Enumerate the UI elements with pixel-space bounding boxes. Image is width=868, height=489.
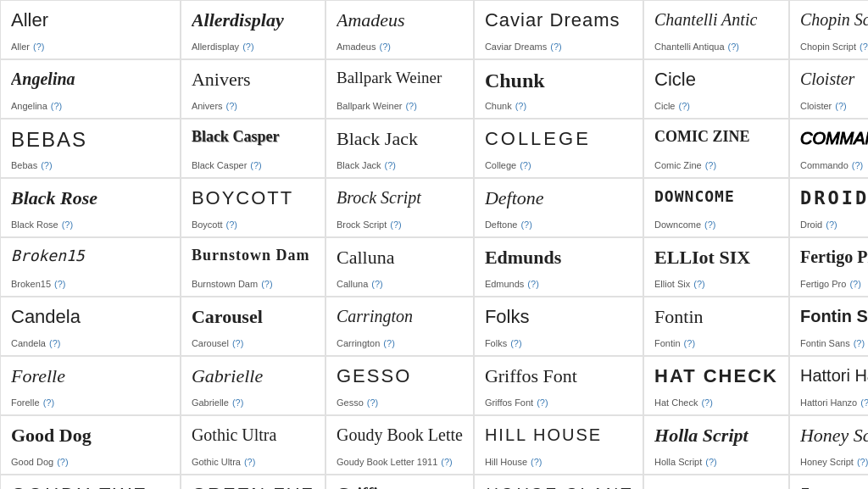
font-cell-griffosfont[interactable]: Griffos FontGriffos Font(?) (474, 356, 643, 415)
font-cell-hatcheck[interactable]: HAT CHECKHat Check(?) (643, 356, 789, 415)
font-cell-hollascript[interactable]: Holla ScriptHolla Script(?) (643, 415, 789, 475)
font-cell-candela[interactable]: CandelaCandela(?) (0, 297, 181, 356)
font-question-downcome[interactable]: (?) (704, 219, 715, 230)
font-question-gesso[interactable]: (?) (367, 397, 378, 408)
font-cell-brockscript[interactable]: Brock ScriptBrock Script(?) (326, 178, 474, 237)
font-cell-honeyscript[interactable]: Honey ScriptHoney Script(?) (789, 415, 868, 475)
font-question-chopinscript[interactable]: (?) (860, 42, 868, 52)
font-question-allerdisplay[interactable]: (?) (242, 42, 253, 52)
font-question-amadeus[interactable]: (?) (379, 42, 390, 52)
font-cell-boycott[interactable]: BOYCOTTBoycott(?) (181, 178, 326, 237)
font-cell-commando[interactable]: COMMANDOCommando(?) (789, 119, 868, 178)
font-cell-fontin[interactable]: FontinFontin(?) (643, 297, 789, 356)
font-cell-carrington[interactable]: CarringtonCarrington(?) (326, 297, 474, 356)
font-question-commando[interactable]: (?) (852, 160, 863, 170)
font-cell-greenfuz[interactable]: GREEN FUZGreen Fuz(?) (181, 475, 326, 489)
font-question-carousel[interactable]: (?) (232, 338, 243, 348)
font-cell-amadeus[interactable]: AmadeusAmadeus(?) (326, 0, 474, 59)
font-cell-inconsolata[interactable]: InconsolataInconsolata(?) (789, 475, 868, 489)
font-cell-droid[interactable]: DROIDDroid(?) (789, 178, 868, 237)
font-cell-aller[interactable]: AllerAller(?) (0, 0, 181, 59)
font-question-chunk[interactable]: (?) (515, 101, 526, 111)
font-question-cloister[interactable]: (?) (835, 101, 846, 111)
font-question-hattorihanzo[interactable]: (?) (860, 397, 868, 408)
font-cell-houseslant[interactable]: HOUSE SLANTHouse Slant(?) (474, 475, 643, 489)
font-cell-ballparkweiner[interactable]: Ballpark WeinerBallpark Weiner(?) (326, 59, 474, 119)
font-cell-angelina[interactable]: AngelinaAngelina(?) (0, 59, 181, 119)
font-cell-carousel[interactable]: CarouselCarousel(?) (181, 297, 326, 356)
font-question-calluna[interactable]: (?) (371, 279, 382, 289)
font-question-fontin[interactable]: (?) (684, 338, 695, 348)
font-cell-caviardreams[interactable]: Caviar DreamsCaviar Dreams(?) (474, 0, 643, 59)
font-cell-blackcasper[interactable]: Black CasperBlack Casper(?) (181, 119, 326, 178)
font-question-hollascript[interactable]: (?) (705, 457, 716, 467)
font-cell-goudybooklet[interactable]: Goudy Book LetteGoudy Book Letter 1911(?… (326, 415, 474, 475)
font-question-burnstowndam[interactable]: (?) (261, 279, 272, 289)
font-cell-idolwild[interactable]: IdolwildIdolwild(?) (643, 475, 789, 489)
font-question-griffosfont[interactable]: (?) (537, 397, 548, 408)
font-cell-gabrielle[interactable]: GabrielleGabrielle(?) (181, 356, 326, 415)
font-question-bebas[interactable]: (?) (41, 160, 52, 170)
font-cell-blackrose[interactable]: Black RoseBlack Rose(?) (0, 178, 181, 237)
font-cell-chopinscript[interactable]: Chopin ScriptChopin Script(?) (789, 0, 868, 59)
font-question-forelle[interactable]: (?) (43, 397, 54, 408)
font-cell-cicle[interactable]: CicleCicle(?) (643, 59, 789, 119)
font-question-caviardreams[interactable]: (?) (550, 42, 561, 52)
font-cell-comiczine[interactable]: COMIC ZINEComic Zine(?) (643, 119, 789, 178)
font-question-chantellianti[interactable]: (?) (728, 42, 739, 52)
font-question-cicle[interactable]: (?) (678, 101, 689, 111)
font-cell-gooddog[interactable]: Good DogGood Dog(?) (0, 415, 181, 475)
font-question-aller[interactable]: (?) (33, 42, 44, 52)
font-cell-cloister[interactable]: CloisterCloister(?) (789, 59, 868, 119)
font-cell-calluna[interactable]: CallunaCalluna(?) (326, 237, 474, 297)
font-cell-fontinsans[interactable]: Fontin SansFontin Sans(?) (789, 297, 868, 356)
font-cell-edmunds[interactable]: EdmundsEdmunds(?) (474, 237, 643, 297)
font-cell-gothicultra[interactable]: Gothic UltraGothic Ultra(?) (181, 415, 326, 475)
font-cell-griffin[interactable]: GriffinGriffin(?) (326, 475, 474, 489)
font-cell-gesso[interactable]: GESSOGesso(?) (326, 356, 474, 415)
font-question-elliotsix[interactable]: (?) (693, 279, 704, 289)
font-question-gothicultra[interactable]: (?) (244, 457, 255, 467)
font-question-comiczine[interactable]: (?) (705, 160, 716, 170)
font-cell-broken15[interactable]: Broken15Broken15(?) (0, 237, 181, 297)
font-question-college[interactable]: (?) (520, 160, 531, 170)
font-cell-goudytwenty[interactable]: GOUDY TWE…Goudy Twenty(?) (0, 475, 181, 489)
font-question-honeyscript[interactable]: (?) (857, 457, 868, 467)
font-question-blackrose[interactable]: (?) (62, 219, 73, 230)
font-question-blackcasper[interactable]: (?) (250, 160, 261, 170)
font-question-edmunds[interactable]: (?) (527, 279, 538, 289)
font-cell-chunk[interactable]: ChunkChunk(?) (474, 59, 643, 119)
font-question-blackjack[interactable]: (?) (385, 160, 396, 170)
font-cell-bebas[interactable]: BEBASBebas(?) (0, 119, 181, 178)
font-question-droid[interactable]: (?) (826, 219, 837, 230)
font-question-anivers[interactable]: (?) (226, 101, 237, 111)
font-question-folks[interactable]: (?) (510, 338, 521, 348)
font-question-angelina[interactable]: (?) (51, 101, 62, 111)
font-cell-forelle[interactable]: ForelleForelle(?) (0, 356, 181, 415)
font-question-broken15[interactable]: (?) (54, 279, 65, 289)
font-question-candela[interactable]: (?) (49, 338, 60, 348)
font-question-hillhouse[interactable]: (?) (531, 457, 542, 467)
font-cell-hillhouse[interactable]: HILL HOUSEHill House(?) (474, 415, 643, 475)
font-question-ballparkweiner[interactable]: (?) (405, 101, 416, 111)
font-cell-deftone[interactable]: DeftoneDeftone(?) (474, 178, 643, 237)
font-cell-elliotsix[interactable]: ELLIot SIXElliot Six(?) (643, 237, 789, 297)
font-cell-chantellianti[interactable]: Chantelli AnticChantelli Antiqua(?) (643, 0, 789, 59)
font-question-boycott[interactable]: (?) (226, 219, 237, 230)
font-cell-anivers[interactable]: AniversAnivers(?) (181, 59, 326, 119)
font-question-carrington[interactable]: (?) (383, 338, 394, 348)
font-question-goudybooklet[interactable]: (?) (441, 457, 452, 467)
font-cell-allerdisplay[interactable]: AllerdisplayAllerdisplay(?) (181, 0, 326, 59)
font-cell-hattorihanzo[interactable]: Hattori HanzoHattori Hanzo(?) (789, 356, 868, 415)
font-question-fertigopro[interactable]: (?) (849, 279, 860, 289)
font-question-fontinsans[interactable]: (?) (854, 338, 865, 348)
font-question-hatcheck[interactable]: (?) (701, 397, 712, 408)
font-question-gooddog[interactable]: (?) (57, 457, 68, 467)
font-cell-burnstowndam[interactable]: Burnstown DamBurnstown Dam(?) (181, 237, 326, 297)
font-cell-college[interactable]: COLLEGECollege(?) (474, 119, 643, 178)
font-cell-blackjack[interactable]: Black JackBlack Jack(?) (326, 119, 474, 178)
font-cell-downcome[interactable]: DOWNCOMEDowncome(?) (643, 178, 789, 237)
font-question-gabrielle[interactable]: (?) (232, 397, 243, 408)
font-question-deftone[interactable]: (?) (520, 219, 531, 230)
font-cell-fertigopro[interactable]: Fertigo ProFertigo Pro(?) (789, 237, 868, 297)
